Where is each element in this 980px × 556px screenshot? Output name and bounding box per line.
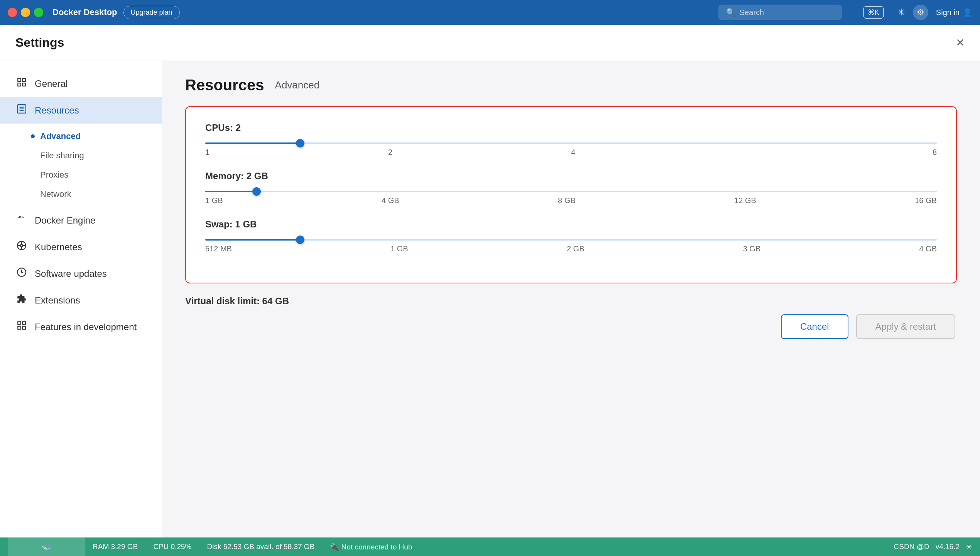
sidebar-subitem-proxies-label: Proxies	[40, 170, 68, 180]
settings-body: General Resources Advanced File sharing	[0, 61, 980, 537]
extensions-icon[interactable]: ✳	[897, 7, 905, 18]
statusbar-update-icon: ☀	[966, 542, 972, 551]
statusbar: 🐳 RAM 3.29 GB CPU 0.25% Disk 52.53 GB av…	[0, 537, 980, 556]
memory-ticks: 1 GB 4 GB 8 GB 12 GB 16 GB	[205, 196, 937, 205]
settings-header: Settings ✕	[0, 25, 980, 61]
sidebar-item-features-dev[interactable]: Features in development	[0, 314, 162, 340]
sidebar-subitem-proxies[interactable]: Proxies	[0, 165, 162, 185]
search-bar[interactable]: 🔍	[718, 5, 842, 20]
statusbar-version: v4.16.2	[936, 542, 960, 551]
swap-tick-2: 1 GB	[390, 244, 408, 253]
upgrade-plan-button[interactable]: Upgrade plan	[123, 6, 180, 19]
docker-engine-icon	[15, 214, 28, 227]
sidebar-subitem-file-sharing-label: File sharing	[40, 151, 84, 161]
swap-slider-wrapper	[205, 239, 937, 241]
cpu-tick-max: 8	[933, 148, 937, 157]
swap-tick-3: 2 GB	[567, 244, 585, 253]
proxies-dot	[31, 173, 35, 177]
close-button[interactable]: ✕	[956, 36, 965, 49]
hub-icon: 🔌	[330, 543, 339, 551]
sidebar-subitem-advanced[interactable]: Advanced	[0, 127, 162, 146]
main-content: Resources Advanced CPUs: 2	[162, 61, 980, 537]
statusbar-extra: CSDN @D	[894, 542, 929, 551]
svg-rect-3	[22, 83, 25, 86]
sidebar-item-general[interactable]: General	[0, 70, 162, 97]
swap-tick-4: 3 GB	[743, 244, 761, 253]
resource-panel: CPUs: 2 1 2 4 8	[185, 106, 957, 283]
sidebar-item-resources[interactable]: Resources	[0, 97, 162, 124]
memory-track	[205, 191, 937, 192]
close-traffic-light[interactable]	[8, 8, 17, 17]
search-icon: 🔍	[726, 8, 736, 17]
docker-icon: 🐳	[8, 537, 85, 556]
sidebar-subitem-file-sharing[interactable]: File sharing	[0, 146, 162, 165]
statusbar-info: RAM 3.29 GB CPU 0.25% Disk 52.53 GB avai…	[93, 542, 412, 551]
search-input[interactable]	[740, 8, 834, 17]
sidebar-item-features-dev-label: Features in development	[35, 322, 137, 332]
advanced-dot	[31, 134, 35, 138]
settings-title: Settings	[15, 36, 64, 50]
svg-rect-1	[22, 78, 25, 81]
sidebar-sub-resources: Advanced File sharing Proxies Network	[0, 124, 162, 207]
swap-group: Swap: 1 GB 512 MB 1 GB 2 GB	[205, 219, 937, 253]
swap-fill	[205, 239, 300, 241]
sidebar-subitem-network[interactable]: Network	[0, 185, 162, 204]
tab-advanced[interactable]: Advanced	[275, 78, 320, 93]
software-updates-icon	[15, 267, 28, 280]
cpu-tick-2: 2	[388, 148, 392, 157]
virtual-disk-label: Virtual disk limit:	[185, 296, 260, 306]
statusbar-hub: 🔌 Not connected to Hub	[330, 542, 412, 551]
memory-group: Memory: 2 GB 1 GB 4 GB 8 GB	[205, 171, 937, 205]
sidebar-item-general-label: General	[35, 78, 68, 89]
titlebar: Docker Desktop Upgrade plan 🔍 ⌘K ✳ ⚙ Sig…	[0, 0, 980, 25]
svg-rect-17	[18, 326, 21, 329]
cpu-tick-1: 1	[205, 148, 210, 157]
sidebar-item-software-updates[interactable]: Software updates	[0, 260, 162, 287]
sidebar-item-docker-engine-label: Docker Engine	[35, 215, 95, 226]
fullscreen-traffic-light[interactable]	[34, 8, 43, 17]
swap-track	[205, 239, 937, 241]
memory-tick-5: 16 GB	[915, 196, 937, 205]
statusbar-cpu: CPU 0.25%	[153, 542, 191, 551]
memory-slider-wrapper	[205, 191, 937, 192]
footer-actions: Cancel Apply & restart	[185, 314, 957, 339]
sidebar-item-kubernetes[interactable]: Kubernetes	[0, 234, 162, 260]
statusbar-right: CSDN @D v4.16.2 ☀	[894, 542, 972, 551]
sidebar-item-kubernetes-label: Kubernetes	[35, 242, 82, 253]
cancel-button[interactable]: Cancel	[781, 314, 848, 339]
page-title: Resources	[185, 76, 264, 94]
swap-label: Swap: 1 GB	[205, 219, 937, 230]
memory-thumb[interactable]	[252, 187, 261, 196]
sidebar-subitem-advanced-label: Advanced	[40, 131, 81, 141]
signin-button[interactable]: Sign in 👤	[936, 8, 972, 17]
sidebar: General Resources Advanced File sharing	[0, 61, 162, 537]
titlebar-right: ✳ ⚙ Sign in 👤	[897, 5, 972, 20]
svg-rect-0	[18, 78, 21, 81]
cpu-label: CPUs: 2	[205, 122, 937, 133]
traffic-lights	[8, 8, 43, 17]
memory-tick-4: 12 GB	[734, 196, 756, 205]
app-title: Docker Desktop	[52, 7, 117, 17]
apply-restart-button: Apply & restart	[856, 314, 955, 339]
swap-thumb[interactable]	[296, 236, 304, 244]
signin-label: Sign in	[936, 8, 960, 17]
network-dot	[31, 192, 35, 196]
memory-fill	[205, 191, 257, 192]
general-icon	[15, 77, 28, 90]
swap-tick-5: 4 GB	[919, 244, 937, 253]
cpu-thumb[interactable]	[296, 139, 304, 147]
features-dev-icon	[15, 320, 28, 333]
memory-tick-3: 8 GB	[558, 196, 576, 205]
cpu-tick-4: 4	[571, 148, 575, 157]
resources-icon	[15, 104, 28, 117]
sidebar-item-docker-engine[interactable]: Docker Engine	[0, 207, 162, 234]
statusbar-ram: RAM 3.29 GB	[93, 542, 138, 551]
memory-tick-2: 4 GB	[382, 196, 399, 205]
minimize-traffic-light[interactable]	[21, 8, 30, 17]
settings-icon-button[interactable]: ⚙	[913, 5, 928, 20]
sidebar-subitem-network-label: Network	[40, 189, 71, 199]
cpu-track	[205, 142, 937, 144]
file-sharing-dot	[31, 154, 35, 158]
sidebar-item-extensions[interactable]: Extensions	[0, 287, 162, 314]
extensions-sidebar-icon	[15, 294, 28, 307]
